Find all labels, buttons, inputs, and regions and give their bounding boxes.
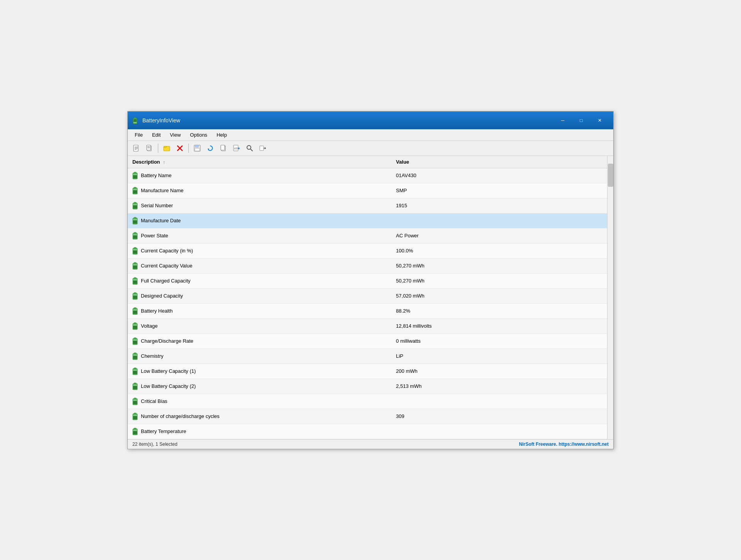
toolbar-open[interactable] [161, 142, 173, 154]
maximize-button[interactable]: □ [572, 115, 590, 126]
table-row[interactable]: Battery Temperature [128, 424, 607, 439]
scrollbar-thumb[interactable] [608, 164, 613, 187]
desc-text: Charge/Discharge Rate [141, 338, 193, 344]
toolbar-refresh[interactable] [204, 142, 217, 154]
table-row[interactable]: Power State AC Power [128, 228, 607, 243]
battery-icon [132, 277, 138, 285]
desc-text: Critical Bias [141, 398, 167, 404]
svg-rect-78 [134, 353, 136, 354]
table-row[interactable]: Manufacture Date [128, 213, 607, 228]
table-row[interactable]: Serial Number 1915 [128, 198, 607, 213]
row-value: 309 [391, 409, 607, 424]
svg-rect-44 [133, 220, 137, 223]
table-row[interactable]: Full Charged Capacity 50,270 mWh [128, 273, 607, 288]
scrollbar-track[interactable] [607, 156, 613, 439]
minimize-button[interactable]: ─ [554, 115, 572, 126]
menu-file[interactable]: File [131, 130, 147, 139]
svg-rect-1 [134, 118, 136, 119]
data-table: Description ↑ Value Battery Nam [128, 156, 607, 439]
svg-rect-82 [134, 368, 136, 369]
content-area: Description ↑ Value Battery Nam [128, 156, 613, 439]
svg-rect-38 [134, 202, 136, 203]
row-description: Battery Name [128, 168, 391, 183]
svg-rect-34 [134, 187, 136, 188]
row-value: 100.0% [391, 243, 607, 258]
svg-line-25 [250, 149, 252, 151]
battery-icon [132, 172, 138, 179]
status-right: NirSoft Freeware. https://www.nirsoft.ne… [519, 442, 609, 447]
toolbar-delete[interactable] [174, 142, 186, 154]
toolbar-new[interactable] [130, 142, 142, 154]
row-description: Low Battery Capacity (1) [128, 364, 391, 379]
table-row[interactable]: Designed Capacity 57,020 mWh [128, 288, 607, 303]
desc-text: Power State [141, 233, 168, 239]
table-row[interactable]: Chemistry LiP [128, 349, 607, 364]
svg-rect-72 [133, 326, 137, 329]
battery-icon [132, 428, 138, 435]
toolbar-sep-1 [158, 144, 158, 153]
row-value: 01AV430 [391, 168, 607, 183]
menu-options[interactable]: Options [186, 130, 211, 139]
toolbar-save[interactable] [191, 142, 203, 154]
row-value: 12,814 millivolts [391, 318, 607, 333]
svg-rect-56 [133, 266, 137, 269]
col-description[interactable]: Description ↑ [128, 156, 391, 168]
svg-rect-90 [134, 398, 136, 399]
menu-help[interactable]: Help [213, 130, 231, 139]
row-value: 50,270 mWh [391, 258, 607, 273]
row-value: 2,513 mWh [391, 379, 607, 394]
row-description: Low Battery Capacity (2) [128, 379, 391, 394]
svg-rect-48 [133, 235, 137, 239]
table-row[interactable]: Number of charge/discharge cycles 309 [128, 409, 607, 424]
row-description: Number of charge/discharge cycles [128, 409, 391, 424]
table-scroll[interactable]: Description ↑ Value Battery Nam [128, 156, 607, 439]
table-row[interactable]: Critical Bias [128, 394, 607, 409]
table-row[interactable]: Charge/Discharge Rate 0 milliwatts [128, 333, 607, 349]
col-value-label: Value [396, 159, 409, 165]
status-left: 22 item(s), 1 Selected [132, 442, 178, 447]
toolbar-find[interactable] [244, 142, 256, 154]
toolbar-copy-all[interactable] [143, 142, 156, 154]
status-bar: 22 item(s), 1 Selected NirSoft Freeware.… [128, 439, 613, 449]
svg-rect-3 [134, 119, 137, 122]
table-row[interactable]: Low Battery Capacity (2) 2,513 mWh [128, 379, 607, 394]
svg-rect-40 [133, 205, 137, 208]
close-button[interactable]: ✕ [591, 115, 609, 126]
svg-rect-96 [133, 416, 137, 419]
table-row[interactable]: Battery Name 01AV430 [128, 168, 607, 183]
battery-icon [132, 382, 138, 390]
row-description: Battery Health [128, 303, 391, 318]
table-row[interactable]: Low Battery Capacity (1) 200 mWh [128, 364, 607, 379]
desc-text: Voltage [141, 323, 157, 329]
row-value: LiP [391, 349, 607, 364]
svg-rect-100 [133, 431, 137, 434]
svg-rect-64 [133, 296, 137, 299]
col-description-label: Description [132, 159, 160, 165]
row-description: Manufacture Name [128, 183, 391, 198]
row-value: SMP [391, 183, 607, 198]
toolbar-export-html[interactable]: HTML [230, 142, 243, 154]
table-row[interactable]: Current Capacity Value 50,270 mWh [128, 258, 607, 273]
row-description: Power State [128, 228, 391, 243]
toolbar-sep-2 [188, 144, 189, 153]
col-value[interactable]: Value [391, 156, 607, 168]
menu-edit[interactable]: Edit [148, 130, 164, 139]
table-row[interactable]: Battery Health 88.2% [128, 303, 607, 318]
battery-icon [132, 217, 138, 225]
svg-rect-88 [133, 386, 137, 389]
svg-rect-32 [133, 175, 137, 178]
table-row[interactable]: Voltage 12,814 millivolts [128, 318, 607, 333]
row-description: Current Capacity (in %) [128, 243, 391, 258]
sort-icon: ↑ [163, 160, 165, 164]
toolbar-exit[interactable] [257, 142, 269, 154]
desc-text: Current Capacity Value [141, 263, 192, 269]
table-row[interactable]: Current Capacity (in %) 100.0% [128, 243, 607, 258]
svg-rect-62 [134, 293, 136, 294]
table-row[interactable]: Manufacture Name SMP [128, 183, 607, 198]
toolbar-copy-sel[interactable] [217, 142, 230, 154]
battery-icon [132, 337, 138, 345]
svg-rect-42 [134, 217, 136, 218]
menu-view[interactable]: View [166, 130, 184, 139]
row-description: Charge/Discharge Rate [128, 333, 391, 349]
svg-rect-68 [133, 311, 137, 314]
